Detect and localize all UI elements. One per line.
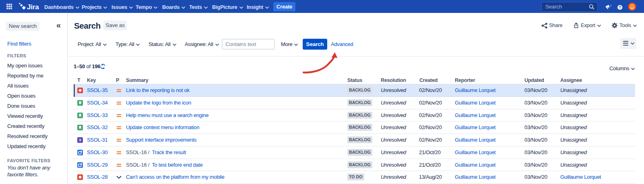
svg-text:?: ?	[619, 5, 621, 9]
